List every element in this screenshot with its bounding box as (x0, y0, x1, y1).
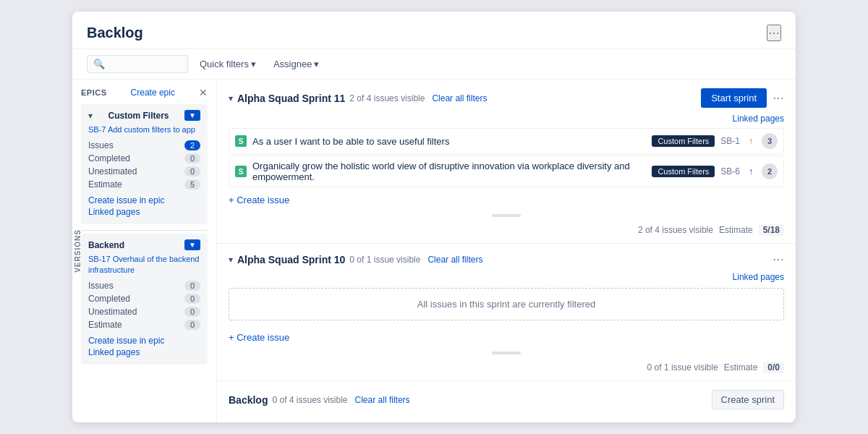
epic-link[interactable]: SB-7 Add custom filters to app (88, 125, 195, 134)
backlog-title: Backlog (229, 394, 268, 406)
backend-issues-badge: 0 (184, 281, 200, 291)
create-issue-in-epic-link[interactable]: Create issue in epic (88, 195, 200, 205)
issue-text: Organically grow the holistic world view… (252, 161, 646, 182)
sprint-10-name: Alpha Squad Sprint 10 (237, 254, 345, 265)
completed-badge: 0 (184, 153, 200, 163)
collapse-handle[interactable] (217, 211, 796, 220)
issue-id: SB-1 (720, 136, 740, 146)
main-card: 1 2 3 Backlog ⋯ 🔍 Quick filters ▾ Assign… (72, 12, 796, 422)
epic-backend-stats: Issues 0 Completed 0 Unestimated 0 Est (88, 279, 200, 331)
toolbar: 🔍 Quick filters ▾ Assignee ▾ (72, 49, 796, 80)
story-points: 3 (762, 133, 778, 149)
create-issue-button[interactable]: + Create issue (217, 189, 796, 211)
backend-stat-completed: Completed 0 (88, 292, 200, 305)
stat-estimate: Estimate 5 (88, 178, 200, 191)
unestimated-badge: 0 (184, 166, 200, 176)
sidebar: VERSIONS EPICS Create epic ✕ ▾ Custom Fi… (72, 80, 217, 422)
sprint-10-title-area: ▾ Alpha Squad Sprint 10 0 of 1 issue vis… (229, 254, 482, 265)
sprint-10-chevron-icon[interactable]: ▾ (229, 255, 233, 265)
priority-icon: ↑ (746, 136, 756, 146)
story-points: 2 (762, 163, 778, 179)
start-sprint-button[interactable]: Start sprint (701, 88, 767, 108)
sprint-11-meta: 2 of 4 issues visible (349, 93, 425, 103)
sidebar-epics-header: EPICS Create epic ✕ (81, 87, 208, 98)
epic-custom-filters: ▾ Custom Filters ▼ SB-7 Add custom filte… (81, 104, 208, 224)
epic-stats: Issues 2 Completed 0 Unestimated 0 Est (88, 139, 200, 191)
sprint-11-clear-filters-link[interactable]: Clear all filters (432, 93, 487, 103)
issue-badge: Custom Filters (652, 135, 715, 147)
search-input[interactable] (108, 59, 180, 69)
priority-icon: ↑ (746, 166, 756, 176)
linked-pages-link-1[interactable]: Linked pages (88, 207, 200, 217)
epic-toggle-button[interactable]: ▼ (184, 110, 200, 121)
stat-unestimated: Unestimated 0 (88, 165, 200, 178)
epics-label: EPICS (81, 88, 107, 97)
chevron-down-icon: ▾ (314, 59, 319, 69)
sidebar-divider (81, 230, 208, 231)
epic-backend-toggle-button[interactable]: ▼ (184, 239, 200, 250)
backend-stat-issues: Issues 0 (88, 279, 200, 292)
epic-header: ▾ Custom Filters ▼ (88, 110, 200, 121)
collapse-handle-2[interactable] (217, 349, 796, 357)
sprint-11-issue-list: S As a user I want to be able to save us… (217, 128, 796, 187)
page-header: Backlog ⋯ (72, 12, 796, 49)
search-box[interactable]: 🔍 (87, 55, 188, 73)
epic-title: Custom Filters (109, 111, 169, 121)
estimate-badge: 5 (184, 179, 200, 190)
issue-type-icon: S (235, 135, 247, 147)
sprint-11-estimate-value: 5/18 (759, 224, 784, 236)
create-epic-link[interactable]: Create epic (131, 88, 175, 98)
sidebar-content: EPICS Create epic ✕ ▾ Custom Filters ▼ S… (72, 80, 216, 378)
quick-filters-button[interactable]: Quick filters ▾ (194, 56, 262, 72)
sprint-10-more-button[interactable]: ⋯ (773, 252, 784, 266)
search-icon: 🔍 (93, 59, 105, 69)
sprint-11-linked-pages-link[interactable]: Linked pages (217, 114, 796, 124)
backend-unestimated-badge: 0 (184, 307, 200, 317)
sprint-11-actions: Start sprint ⋯ (701, 88, 784, 108)
issue-text: As a user I want to be able to save usef… (252, 136, 646, 147)
backend-stat-estimate: Estimate 0 (88, 318, 200, 331)
stat-issues: Issues 2 (88, 139, 200, 152)
versions-tab: VERSIONS (74, 229, 82, 273)
sprint-11-chevron-icon[interactable]: ▾ (229, 93, 233, 103)
create-sprint-button[interactable]: Create sprint (712, 390, 784, 409)
backlog-section: Backlog 0 of 4 issues visible Clear all … (217, 381, 796, 422)
sprint-10-header: ▾ Alpha Squad Sprint 10 0 of 1 issue vis… (217, 244, 796, 272)
issues-badge: 2 (184, 140, 200, 150)
assignee-filter-button[interactable]: Assignee ▾ (268, 56, 325, 72)
issue-row[interactable]: S As a user I want to be able to save us… (229, 128, 784, 154)
backlog-header: Backlog 0 of 4 issues visible Clear all … (229, 390, 784, 409)
sprint-10-estimate-value: 0/0 (763, 362, 784, 373)
linked-pages-link-2[interactable]: Linked pages (88, 347, 200, 357)
epic-chevron-icon[interactable]: ▾ (88, 111, 93, 121)
backlog-clear-filters-link[interactable]: Clear all filters (355, 395, 410, 405)
sprint-11-header: ▾ Alpha Squad Sprint 11 2 of 4 issues vi… (217, 80, 796, 114)
issue-row[interactable]: S Organically grow the holistic world vi… (229, 156, 784, 187)
issue-badge: Custom Filters (652, 166, 715, 177)
epic-actions: Create issue in epic Linked pages (88, 195, 200, 217)
epic-backend-link[interactable]: SB-17 Overhaul of the backend infrastruc… (88, 255, 199, 274)
stat-completed: Completed 0 (88, 152, 200, 165)
epic-backend: Backend ▼ SB-17 Overhaul of the backend … (81, 234, 208, 365)
close-sidebar-button[interactable]: ✕ (199, 87, 208, 98)
content-area: VERSIONS EPICS Create epic ✕ ▾ Custom Fi… (72, 80, 796, 422)
create-issue-in-epic-link-2[interactable]: Create issue in epic (88, 336, 200, 346)
backlog-visible: 0 of 4 issues visible (272, 395, 347, 405)
chevron-down-icon: ▾ (251, 59, 256, 69)
main-content: ▾ Alpha Squad Sprint 11 2 of 4 issues vi… (217, 80, 796, 422)
sprint-11-more-button[interactable]: ⋯ (773, 91, 784, 105)
epic-backend-header: Backend ▼ (88, 239, 200, 250)
create-issue-button-2[interactable]: + Create issue (217, 326, 796, 349)
sprint-11-section: ▾ Alpha Squad Sprint 11 2 of 4 issues vi… (217, 80, 796, 244)
page-title: Backlog (87, 25, 143, 41)
backend-stat-unestimated: Unestimated 0 (88, 305, 200, 318)
sprint-10-footer: 0 of 1 issue visible Estimate 0/0 (217, 357, 796, 380)
sprint-11-title-area: ▾ Alpha Squad Sprint 11 2 of 4 issues vi… (229, 93, 487, 104)
issue-id: SB-6 (720, 166, 740, 176)
backend-completed-badge: 0 (184, 294, 200, 304)
sprint-10-clear-filters-link[interactable]: Clear all filters (427, 255, 482, 265)
backlog-title-area: Backlog 0 of 4 issues visible Clear all … (229, 394, 410, 406)
sprint-11-footer: 2 of 4 issues visible Estimate 5/18 (217, 220, 796, 243)
header-more-button[interactable]: ⋯ (767, 25, 781, 41)
sprint-10-linked-pages-link[interactable]: Linked pages (217, 272, 796, 282)
